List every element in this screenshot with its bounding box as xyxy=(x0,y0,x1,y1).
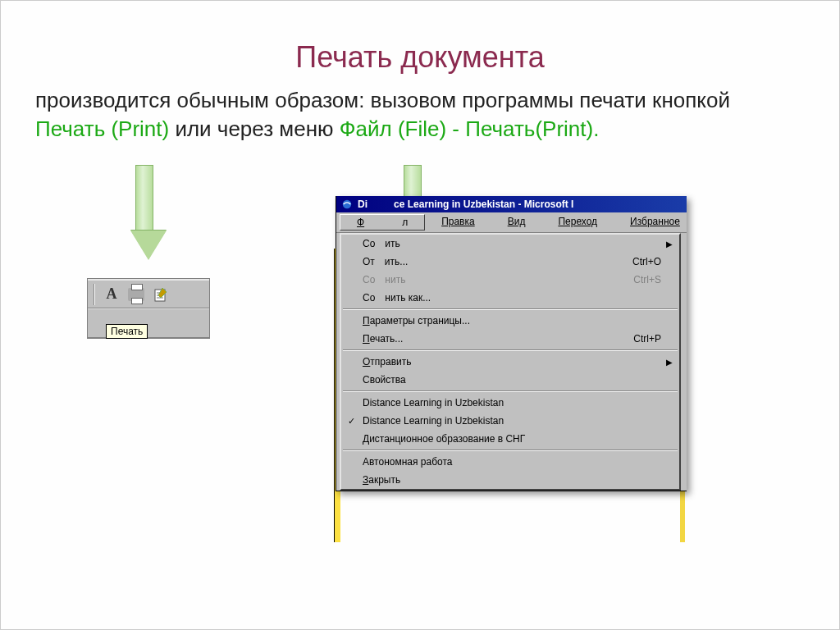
menu-print[interactable]: Печать... Ctrl+P xyxy=(341,330,679,348)
save-shortcut: Ctrl+S xyxy=(633,274,661,285)
menubar[interactable]: Фxл Правка Вид Переход Избранное xyxy=(336,212,687,233)
menu-create[interactable]: Соxxить ▶ xyxy=(341,235,679,253)
menu-offline[interactable]: Автономная работа xyxy=(341,453,679,471)
print-keyword: Печать (Print) xyxy=(35,116,169,141)
ie-icon xyxy=(341,199,353,210)
menu-separator xyxy=(343,349,678,351)
body-mid: или через меню xyxy=(169,116,340,141)
menubar-file[interactable]: Фxл xyxy=(340,214,425,231)
menubar-favorites[interactable]: Избранное xyxy=(614,214,696,231)
menu-recent-2[interactable]: ✓ Distance Learning in Uzbekistan xyxy=(341,412,679,430)
window-titlebar: Dixxxce Learning in Uzbekistan - Microso… xyxy=(336,196,687,212)
slide-body: производится обычным образом: вызовом пр… xyxy=(1,75,839,144)
menu-separator xyxy=(343,450,678,451)
menubar-go[interactable]: Переход xyxy=(541,214,614,231)
menu-separator xyxy=(343,308,678,310)
printer-icon xyxy=(128,288,144,301)
submenu-arrow-icon: ▶ xyxy=(666,358,673,367)
body-line1: производится обычным образом: вызовом пр… xyxy=(35,88,730,112)
print-shortcut: Ctrl+P xyxy=(633,333,661,345)
check-icon: ✓ xyxy=(348,416,355,427)
menu-separator xyxy=(343,390,678,392)
menubar-edit[interactable]: Правка xyxy=(425,214,491,231)
print-tooltip: Печать xyxy=(106,324,148,339)
edit-button[interactable] xyxy=(150,284,171,305)
submenu-arrow-icon: ▶ xyxy=(666,240,673,249)
font-button[interactable]: A xyxy=(101,284,122,305)
notepad-icon xyxy=(153,286,169,303)
toolbar-separator xyxy=(94,284,95,305)
file-menu: Соxxить ▶ Отxxить... Ctrl+O Соxxнить Ctr… xyxy=(340,233,681,491)
menu-send[interactable]: Отправить ▶ xyxy=(341,353,679,371)
browser-window: Dixxxce Learning in Uzbekistan - Microso… xyxy=(336,196,687,491)
menu-close[interactable]: Закрыть xyxy=(341,471,679,489)
title-text-pre: Di xyxy=(358,199,368,210)
print-button[interactable] xyxy=(126,284,147,305)
menubar-view[interactable]: Вид xyxy=(491,214,542,231)
menu-recent-3[interactable]: Дистанционное образование в СНГ xyxy=(341,430,679,448)
title-text-post: ce Learning in Uzbekistan - Microsoft I xyxy=(394,199,573,210)
menu-open[interactable]: Отxxить... Ctrl+O xyxy=(341,253,679,271)
menu-page-setup[interactable]: ППараметры страницы...араметры страницы.… xyxy=(341,312,679,330)
menu-recent-1[interactable]: Distance Learning in Uzbekistan xyxy=(341,394,679,412)
menu-save: Соxxнить Ctrl+S xyxy=(341,271,679,289)
arrow-left xyxy=(130,165,158,260)
menu-save-as[interactable]: Сoxxнить как... xyxy=(341,289,679,307)
file-keyword: Файл (File) - Печать(Print). xyxy=(340,116,600,141)
menu-properties[interactable]: Свойства xyxy=(341,371,679,389)
open-shortcut: Ctrl+O xyxy=(632,256,661,267)
slide-title: Печать документа xyxy=(1,1,839,75)
